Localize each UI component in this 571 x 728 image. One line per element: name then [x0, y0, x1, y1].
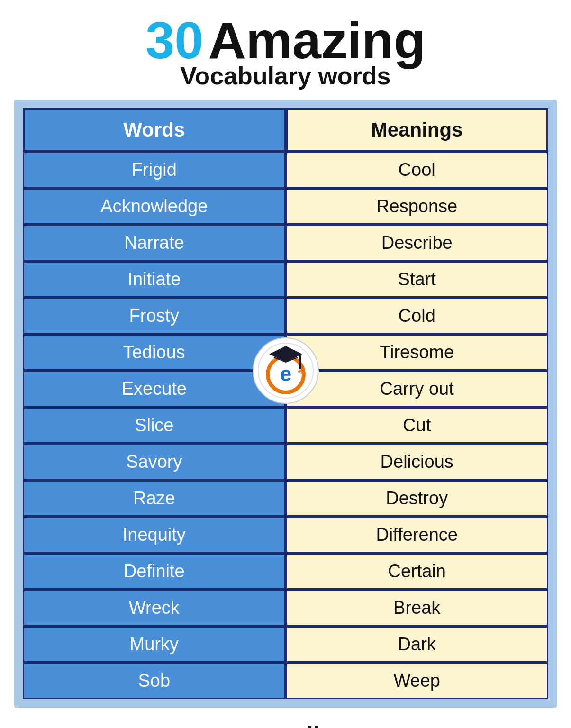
- table-row: RazeDestroy: [23, 480, 548, 517]
- table-row: FrigidCool: [23, 152, 548, 188]
- meaning-cell: Carry out: [286, 371, 548, 407]
- meaning-cell: Describe: [286, 225, 548, 261]
- page-footer: www.engdic.org: [0, 708, 571, 728]
- table-body: FrigidCoolAcknowledgeResponseNarrateDesc…: [23, 152, 548, 699]
- word-cell: Inequity: [23, 517, 285, 553]
- meaning-cell: Cold: [286, 298, 548, 334]
- table-row: AcknowledgeResponse: [23, 188, 548, 225]
- table-row: DefiniteCertain: [23, 553, 548, 590]
- meaning-cell: Destroy: [286, 480, 548, 517]
- header-top: 30 Amazing: [145, 14, 426, 66]
- word-cell: Slice: [23, 407, 285, 444]
- meaning-cell: Cut: [286, 407, 548, 444]
- meaning-cell: Start: [286, 261, 548, 298]
- col-meanings-header: Meanings: [286, 108, 548, 152]
- meaning-cell: Cool: [286, 152, 548, 188]
- word-cell: Savory: [23, 444, 285, 480]
- header-subtitle: Vocabulary words: [180, 62, 390, 90]
- word-cell: Tedious: [23, 334, 285, 371]
- word-cell: Initiate: [23, 261, 285, 298]
- word-cell: Definite: [23, 553, 285, 590]
- word-cell: Murky: [23, 626, 285, 663]
- word-cell: Wreck: [23, 590, 285, 626]
- table-row: SavoryDelicious: [23, 444, 548, 480]
- word-cell: Execute: [23, 371, 285, 407]
- meaning-cell: Dark: [286, 626, 548, 663]
- table-row: NarrateDescribe: [23, 225, 548, 261]
- table-row: ExecuteCarry out: [23, 371, 548, 407]
- table-row: SliceCut: [23, 407, 548, 444]
- col-words-header: Words: [23, 108, 285, 152]
- table-row: WreckBreak: [23, 590, 548, 626]
- table-row: FrostyCold: [23, 298, 548, 334]
- word-cell: Raze: [23, 480, 285, 517]
- word-cell: Acknowledge: [23, 188, 285, 225]
- word-cell: Narrate: [23, 225, 285, 261]
- table-row: InequityDifference: [23, 517, 548, 553]
- meaning-cell: Certain: [286, 553, 548, 590]
- table-header-row: Words Meanings: [23, 108, 548, 152]
- footer-url: www.engdic.org: [0, 721, 571, 728]
- meaning-cell: Weep: [286, 663, 548, 699]
- word-cell: Sob: [23, 663, 285, 699]
- vocab-table: Words Meanings FrigidCoolAcknowledgeResp…: [23, 108, 548, 699]
- table-row: SobWeep: [23, 663, 548, 699]
- page-header: 30 Amazing Vocabulary words: [0, 0, 571, 100]
- meaning-cell: Tiresome: [286, 334, 548, 371]
- table-row: InitiateStart: [23, 261, 548, 298]
- table-row: TediousTiresome: [23, 334, 548, 371]
- table-container: Words Meanings FrigidCoolAcknowledgeResp…: [14, 100, 557, 708]
- meaning-cell: Response: [286, 188, 548, 225]
- meaning-cell: Difference: [286, 517, 548, 553]
- table-row: MurkyDark: [23, 626, 548, 663]
- meaning-cell: Break: [286, 590, 548, 626]
- word-cell: Frigid: [23, 152, 285, 188]
- meaning-cell: Delicious: [286, 444, 548, 480]
- header-number: 30: [145, 14, 203, 66]
- word-cell: Frosty: [23, 298, 285, 334]
- header-amazing: Amazing: [208, 14, 425, 66]
